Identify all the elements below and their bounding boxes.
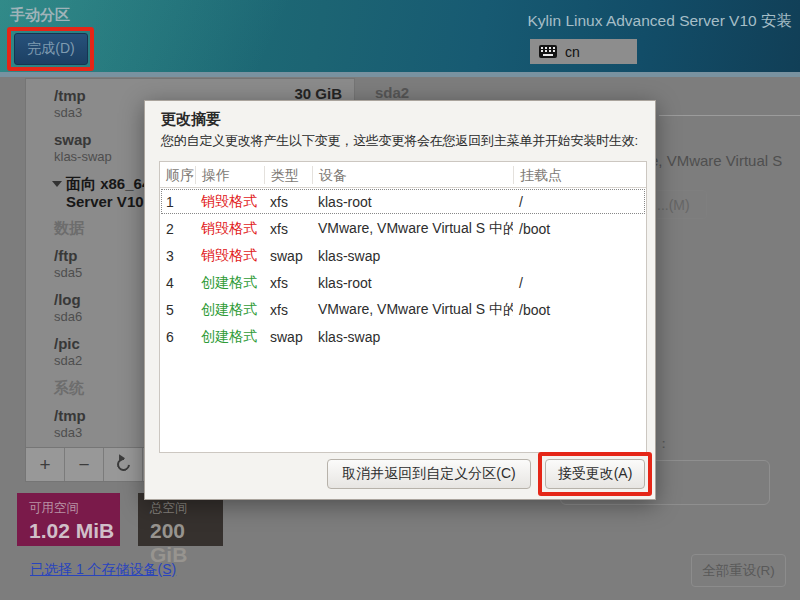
device-description-text: e, VMware Virtual S [650, 152, 782, 169]
cell-action: 销毁格式 [195, 220, 264, 238]
cell-device: klas-swap [312, 329, 513, 345]
expander-icon [52, 181, 62, 187]
cell-mountpoint: / [513, 275, 646, 291]
reset-all-button[interactable]: 全部重设(R) [691, 554, 786, 587]
cell-device: klas-root [312, 194, 513, 210]
cell-action: 创建格式 [195, 301, 264, 319]
total-space-box: 总空间 200 GiB [138, 493, 223, 546]
selected-disks-link[interactable]: 已选择 1 个存储设备(S) [30, 561, 176, 579]
cell-action: 销毁格式 [195, 193, 264, 211]
table-row[interactable]: 2 销毁格式 xfs VMware, VMware Virtual S 中的 s… [160, 215, 646, 242]
table-row[interactable]: 4 创建格式 xfs klas-root / [160, 269, 646, 296]
available-space-box: 可用空间 1.02 MiB [17, 493, 120, 546]
cell-mountpoint: /boot [513, 302, 646, 318]
right-pane-divider [659, 115, 800, 116]
cell-action: 创建格式 [195, 274, 264, 292]
selected-device-header: sda2 [375, 84, 409, 101]
cell-order: 6 [160, 329, 195, 345]
keyboard-icon [539, 45, 557, 58]
refresh-icon [114, 455, 132, 473]
dialog-description: 您的自定义更改将产生以下变更，这些变更将会在您返回到主菜单并开始安装时生效: [161, 132, 638, 150]
accept-changes-button[interactable]: 接受更改(A) [545, 459, 645, 489]
cell-mountpoint: /boot [513, 221, 646, 237]
table-row[interactable]: 3 销毁格式 swap klas-swap [160, 242, 646, 269]
add-partition-button[interactable]: + [26, 448, 65, 481]
col-header-device: 设备 [312, 166, 513, 184]
cell-type: xfs [264, 302, 312, 318]
col-header-order: 顺序 [160, 166, 195, 184]
summary-of-changes-dialog: 更改摘要 您的自定义更改将产生以下变更，这些变更将会在您返回到主菜单并开始安装时… [144, 100, 656, 500]
cell-mountpoint: / [513, 194, 646, 210]
cell-action: 创建格式 [195, 328, 264, 346]
cancel-button[interactable]: 取消并返回到自定义分区(C) [327, 459, 531, 489]
cell-type: xfs [264, 221, 312, 237]
header-bar: 手动分区 完成(D) Kylin Linux Advanced Server V… [0, 0, 800, 72]
cell-order: 3 [160, 248, 195, 264]
available-space-label: 可用空间 [29, 500, 120, 517]
total-space-label: 总空间 [150, 500, 223, 517]
cell-order: 4 [160, 275, 195, 291]
cell-device: klas-swap [312, 248, 513, 264]
cell-device: VMware, VMware Virtual S 中的 sda1 [312, 220, 513, 238]
total-space-value: 200 GiB [150, 519, 223, 567]
table-row[interactable]: 6 创建格式 swap klas-swap [160, 323, 646, 350]
col-header-action: 操作 [195, 166, 264, 184]
page-title: 手动分区 [10, 6, 70, 25]
table-row[interactable]: 1 销毁格式 xfs klas-root / [160, 188, 646, 215]
cell-order: 5 [160, 302, 195, 318]
keyboard-layout-label: cn [565, 44, 580, 60]
cell-order: 1 [160, 194, 195, 210]
product-title: Kylin Linux Advanced Server V10 安装 [528, 11, 793, 32]
cell-type: xfs [264, 194, 312, 210]
table-header-row: 顺序 操作 类型 设备 挂载点 [160, 162, 646, 188]
header-divider [0, 72, 800, 77]
installer-window: 手动分区 完成(D) Kylin Linux Advanced Server V… [0, 0, 800, 600]
col-header-mountpoint: 挂载点 [513, 166, 646, 184]
cell-order: 2 [160, 221, 195, 237]
col-header-type: 类型 [264, 166, 312, 184]
dialog-title: 更改摘要 [161, 110, 221, 129]
remove-partition-button[interactable]: − [65, 448, 104, 481]
reload-button[interactable] [104, 448, 143, 481]
cell-action: 销毁格式 [195, 247, 264, 265]
cell-type: xfs [264, 275, 312, 291]
keyboard-layout-indicator[interactable]: cn [530, 39, 637, 64]
table-body: 1 销毁格式 xfs klas-root / 2 销毁格式 xfs VMware… [160, 188, 646, 350]
changes-table: 顺序 操作 类型 设备 挂载点 1 销毁格式 xfs klas-root / 2… [159, 161, 647, 453]
cell-device: klas-root [312, 275, 513, 291]
available-space-value: 1.02 MiB [29, 519, 120, 543]
cell-device: VMware, VMware Virtual S 中的 sda1 [312, 301, 513, 319]
done-button[interactable]: 完成(D) [14, 33, 88, 65]
table-row[interactable]: 5 创建格式 xfs VMware, VMware Virtual S 中的 s… [160, 296, 646, 323]
cell-type: swap [264, 329, 312, 345]
cell-type: swap [264, 248, 312, 264]
